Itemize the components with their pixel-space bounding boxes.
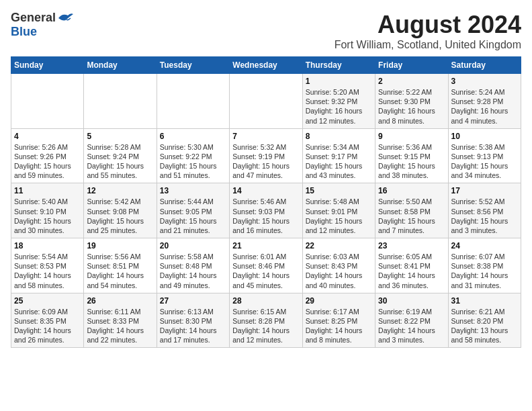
day-number: 19 <box>87 241 153 250</box>
day-info: Sunrise: 6:07 AM Sunset: 8:38 PM Dayligh… <box>451 252 518 290</box>
day-info: Sunrise: 5:40 AM Sunset: 9:10 PM Dayligh… <box>14 197 81 235</box>
calendar-cell: 21Sunrise: 6:01 AM Sunset: 8:46 PM Dayli… <box>230 238 302 293</box>
day-info: Sunrise: 5:30 AM Sunset: 9:22 PM Dayligh… <box>160 142 226 181</box>
day-info: Sunrise: 5:34 AM Sunset: 9:17 PM Dayligh… <box>306 142 372 181</box>
calendar-cell: 20Sunrise: 5:58 AM Sunset: 8:48 PM Dayli… <box>157 238 229 293</box>
calendar-cell: 26Sunrise: 6:11 AM Sunset: 8:33 PM Dayli… <box>84 293 157 348</box>
day-number: 31 <box>451 296 518 306</box>
calendar-cell: 19Sunrise: 5:56 AM Sunset: 8:51 PM Dayli… <box>84 238 157 293</box>
calendar-cell: 15Sunrise: 5:48 AM Sunset: 9:01 PM Dayli… <box>302 183 375 238</box>
day-number: 9 <box>378 132 445 141</box>
title-block: August 2024 Fort William, Scotland, Unit… <box>335 11 521 51</box>
calendar-cell <box>11 74 84 129</box>
day-number: 12 <box>87 186 153 195</box>
day-info: Sunrise: 6:05 AM Sunset: 8:41 PM Dayligh… <box>378 252 445 290</box>
day-info: Sunrise: 5:28 AM Sunset: 9:24 PM Dayligh… <box>87 142 153 181</box>
calendar-cell: 4Sunrise: 5:26 AM Sunset: 9:26 PM Daylig… <box>11 128 84 183</box>
day-of-week-header: Sunday <box>11 57 84 74</box>
day-number: 1 <box>306 77 372 86</box>
day-number: 15 <box>306 186 372 195</box>
logo: General Blue <box>11 11 73 39</box>
calendar-cell <box>84 74 157 129</box>
day-of-week-header: Monday <box>84 57 157 74</box>
calendar-week-row: 18Sunrise: 5:54 AM Sunset: 8:53 PM Dayli… <box>11 238 521 293</box>
calendar-cell: 7Sunrise: 5:32 AM Sunset: 9:19 PM Daylig… <box>230 128 302 183</box>
day-info: Sunrise: 6:11 AM Sunset: 8:33 PM Dayligh… <box>87 307 153 345</box>
location-subtitle: Fort William, Scotland, United Kingdom <box>335 39 521 51</box>
logo-bird-icon <box>57 11 73 25</box>
day-number: 14 <box>232 186 299 195</box>
day-number: 23 <box>378 241 445 250</box>
day-info: Sunrise: 5:42 AM Sunset: 9:08 PM Dayligh… <box>87 197 153 235</box>
day-info: Sunrise: 5:52 AM Sunset: 8:56 PM Dayligh… <box>451 197 518 235</box>
calendar-table: SundayMondayTuesdayWednesdayThursdayFrid… <box>11 56 521 348</box>
day-number: 18 <box>14 241 81 250</box>
day-number: 8 <box>306 132 372 141</box>
day-info: Sunrise: 5:38 AM Sunset: 9:13 PM Dayligh… <box>451 142 518 181</box>
calendar-cell: 17Sunrise: 5:52 AM Sunset: 8:56 PM Dayli… <box>448 183 521 238</box>
day-info: Sunrise: 5:20 AM Sunset: 9:32 PM Dayligh… <box>306 87 372 126</box>
day-number: 20 <box>160 241 226 250</box>
calendar-cell: 31Sunrise: 6:21 AM Sunset: 8:20 PM Dayli… <box>448 293 521 348</box>
day-info: Sunrise: 6:01 AM Sunset: 8:46 PM Dayligh… <box>232 252 299 290</box>
day-number: 3 <box>451 77 518 86</box>
day-info: Sunrise: 5:58 AM Sunset: 8:48 PM Dayligh… <box>160 252 226 290</box>
calendar-cell: 8Sunrise: 5:34 AM Sunset: 9:17 PM Daylig… <box>302 128 375 183</box>
day-number: 27 <box>160 296 226 306</box>
calendar-cell: 30Sunrise: 6:19 AM Sunset: 8:22 PM Dayli… <box>375 293 448 348</box>
calendar-cell: 1Sunrise: 5:20 AM Sunset: 9:32 PM Daylig… <box>302 74 375 129</box>
day-info: Sunrise: 5:22 AM Sunset: 9:30 PM Dayligh… <box>378 87 445 126</box>
calendar-cell: 16Sunrise: 5:50 AM Sunset: 8:58 PM Dayli… <box>375 183 448 238</box>
day-info: Sunrise: 6:17 AM Sunset: 8:25 PM Dayligh… <box>306 307 372 345</box>
day-number: 17 <box>451 186 518 195</box>
calendar-week-row: 11Sunrise: 5:40 AM Sunset: 9:10 PM Dayli… <box>11 183 521 238</box>
day-info: Sunrise: 5:32 AM Sunset: 9:19 PM Dayligh… <box>232 142 299 181</box>
day-number: 24 <box>451 241 518 250</box>
day-number: 13 <box>160 186 226 195</box>
calendar-cell: 11Sunrise: 5:40 AM Sunset: 9:10 PM Dayli… <box>11 183 84 238</box>
day-info: Sunrise: 5:48 AM Sunset: 9:01 PM Dayligh… <box>306 197 372 235</box>
calendar-cell: 2Sunrise: 5:22 AM Sunset: 9:30 PM Daylig… <box>375 74 448 129</box>
calendar-cell: 23Sunrise: 6:05 AM Sunset: 8:41 PM Dayli… <box>375 238 448 293</box>
calendar-cell: 13Sunrise: 5:44 AM Sunset: 9:05 PM Dayli… <box>157 183 229 238</box>
calendar-week-row: 25Sunrise: 6:09 AM Sunset: 8:35 PM Dayli… <box>11 293 521 348</box>
day-info: Sunrise: 5:50 AM Sunset: 8:58 PM Dayligh… <box>378 197 445 235</box>
day-info: Sunrise: 5:44 AM Sunset: 9:05 PM Dayligh… <box>160 197 226 235</box>
day-info: Sunrise: 5:36 AM Sunset: 9:15 PM Dayligh… <box>378 142 445 181</box>
calendar-cell <box>157 74 229 129</box>
calendar-cell: 18Sunrise: 5:54 AM Sunset: 8:53 PM Dayli… <box>11 238 84 293</box>
day-info: Sunrise: 6:21 AM Sunset: 8:20 PM Dayligh… <box>451 307 518 345</box>
calendar-cell: 22Sunrise: 6:03 AM Sunset: 8:43 PM Dayli… <box>302 238 375 293</box>
calendar-cell: 24Sunrise: 6:07 AM Sunset: 8:38 PM Dayli… <box>448 238 521 293</box>
day-number: 29 <box>306 296 372 306</box>
day-number: 11 <box>14 186 81 195</box>
day-of-week-header: Tuesday <box>157 57 229 74</box>
day-info: Sunrise: 6:15 AM Sunset: 8:28 PM Dayligh… <box>232 307 299 345</box>
month-title: August 2024 <box>335 11 521 39</box>
day-number: 2 <box>378 77 445 86</box>
day-number: 10 <box>451 132 518 141</box>
calendar-cell: 25Sunrise: 6:09 AM Sunset: 8:35 PM Dayli… <box>11 293 84 348</box>
day-of-week-header: Wednesday <box>230 57 302 74</box>
day-number: 21 <box>232 241 299 250</box>
calendar-cell: 12Sunrise: 5:42 AM Sunset: 9:08 PM Dayli… <box>84 183 157 238</box>
calendar-cell: 9Sunrise: 5:36 AM Sunset: 9:15 PM Daylig… <box>375 128 448 183</box>
day-number: 26 <box>87 296 153 306</box>
calendar-cell: 10Sunrise: 5:38 AM Sunset: 9:13 PM Dayli… <box>448 128 521 183</box>
calendar-cell: 27Sunrise: 6:13 AM Sunset: 8:30 PM Dayli… <box>157 293 229 348</box>
logo-general-text: General <box>11 11 56 25</box>
calendar-cell: 28Sunrise: 6:15 AM Sunset: 8:28 PM Dayli… <box>230 293 302 348</box>
day-number: 7 <box>232 132 299 141</box>
logo-blue-text: Blue <box>11 25 37 39</box>
day-info: Sunrise: 6:13 AM Sunset: 8:30 PM Dayligh… <box>160 307 226 345</box>
day-info: Sunrise: 5:46 AM Sunset: 9:03 PM Dayligh… <box>232 197 299 235</box>
day-info: Sunrise: 5:56 AM Sunset: 8:51 PM Dayligh… <box>87 252 153 290</box>
calendar-cell: 6Sunrise: 5:30 AM Sunset: 9:22 PM Daylig… <box>157 128 229 183</box>
day-number: 30 <box>378 296 445 306</box>
day-number: 22 <box>306 241 372 250</box>
day-number: 5 <box>87 132 153 141</box>
day-number: 16 <box>378 186 445 195</box>
calendar-header-row: SundayMondayTuesdayWednesdayThursdayFrid… <box>11 57 521 74</box>
calendar-cell: 3Sunrise: 5:24 AM Sunset: 9:28 PM Daylig… <box>448 74 521 129</box>
page-header: General Blue August 2024 Fort William, S… <box>11 11 521 51</box>
